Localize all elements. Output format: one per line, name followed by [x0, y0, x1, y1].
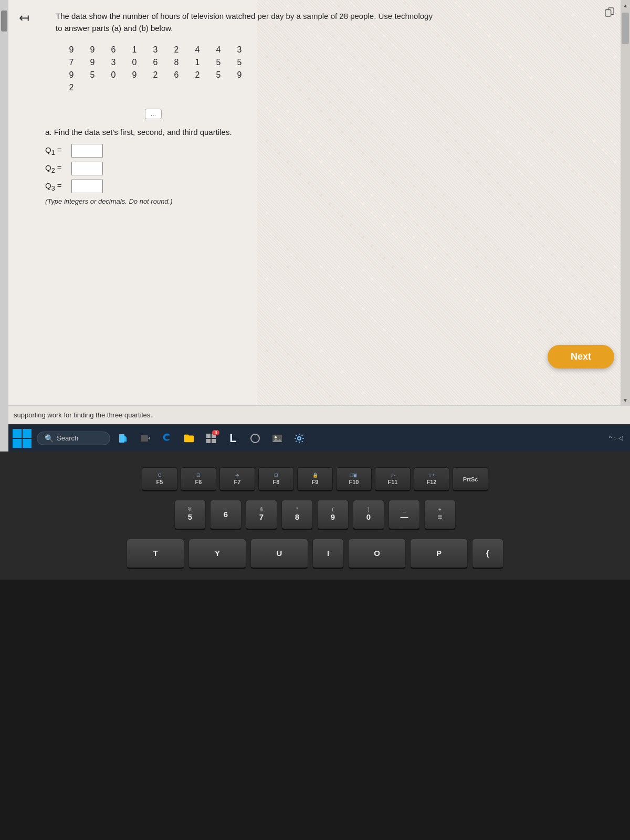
q3-label: Q3 =: [45, 181, 71, 192]
key-equals-main: =: [438, 512, 443, 522]
key-p-label: P: [436, 549, 442, 558]
key-8-main: 8: [295, 512, 299, 522]
key-9[interactable]: ( 9: [317, 500, 349, 530]
key-f5[interactable]: C F5: [142, 467, 177, 491]
letter-row: T Y U I O P {: [127, 539, 503, 569]
key-f9[interactable]: 🔒 F9: [297, 467, 333, 491]
taskbar: 🔍 Search 3 L: [8, 424, 630, 452]
key-o[interactable]: O: [348, 539, 406, 569]
taskbar-circle-icon[interactable]: [246, 429, 265, 448]
f6-top-icon: ⊡: [196, 472, 201, 478]
supporting-text: supporting work for finding the three qu…: [8, 405, 630, 424]
key-7-main: 7: [259, 512, 264, 522]
taskbar-settings-icon[interactable]: [290, 429, 309, 448]
taskbar-l-icon[interactable]: L: [224, 429, 243, 448]
left-scrollbar[interactable]: [0, 0, 8, 452]
key-u-label: U: [277, 549, 282, 558]
key-y[interactable]: Y: [188, 539, 246, 569]
q2-row: Q2 =: [45, 162, 609, 175]
key-f6[interactable]: ⊡ F6: [181, 467, 216, 491]
key-p[interactable]: P: [410, 539, 468, 569]
data-cell: 1: [124, 44, 145, 56]
data-cell: 6: [166, 69, 187, 81]
taskbar-file-icon[interactable]: [113, 429, 132, 448]
key-u[interactable]: U: [250, 539, 308, 569]
q1-input[interactable]: [71, 144, 103, 158]
back-arrow-icon[interactable]: ↤: [19, 10, 29, 25]
f8-top-icon: ⊡: [274, 472, 278, 478]
svg-rect-8: [206, 439, 211, 443]
svg-rect-9: [212, 439, 216, 443]
data-cell: 2: [145, 69, 166, 81]
key-i[interactable]: I: [312, 539, 344, 569]
svg-rect-6: [206, 434, 211, 438]
taskbar-edge-icon[interactable]: [158, 429, 176, 448]
f10-label: F10: [349, 479, 359, 485]
fn-key-row: C F5 ⊡ F6 ➜ F7 ⊡ F8 🔒 F9 □▣ F10 ☆- F11 ☆…: [142, 467, 488, 491]
data-cell: 2: [61, 81, 82, 94]
key-f12[interactable]: ☆+ F12: [414, 467, 449, 491]
data-cell: 1: [187, 56, 208, 69]
key-5-main: 5: [188, 512, 192, 522]
key-5[interactable]: % 5: [174, 500, 206, 530]
taskbar-sys-icons[interactable]: ^ ○ ◁: [606, 434, 626, 443]
taskbar-photo-icon[interactable]: [268, 429, 287, 448]
key-y-label: Y: [215, 549, 220, 558]
data-cell: 9: [124, 69, 145, 81]
data-cell: 5: [229, 56, 250, 69]
q2-subscript: 2: [51, 167, 55, 174]
svg-rect-4: [141, 435, 148, 442]
data-cell: [82, 81, 103, 94]
f5-top-icon: C: [158, 472, 162, 478]
copy-icon[interactable]: [605, 7, 614, 19]
key-prtsc[interactable]: PrtSc: [453, 467, 488, 491]
q3-row: Q3 =: [45, 180, 609, 193]
taskbar-video-icon[interactable]: [135, 429, 154, 448]
q2-input[interactable]: [71, 162, 103, 175]
data-cell: 0: [103, 69, 124, 81]
f7-label: F7: [234, 479, 241, 485]
key-f10[interactable]: □▣ F10: [336, 467, 372, 491]
windows-button[interactable]: [13, 429, 32, 448]
key-equals[interactable]: + =: [424, 500, 456, 530]
data-cell: [166, 81, 187, 94]
key-f8[interactable]: ⊡ F8: [258, 467, 294, 491]
key-f7[interactable]: ➜ F7: [219, 467, 255, 491]
data-cell: [124, 81, 145, 94]
f7-top-icon: ➜: [235, 472, 239, 478]
data-cell: 4: [208, 44, 229, 56]
key-t[interactable]: T: [127, 539, 184, 569]
taskbar-grid-icon[interactable]: 3: [202, 429, 220, 448]
q3-input[interactable]: [71, 180, 103, 193]
more-button[interactable]: ...: [145, 109, 162, 119]
keyboard-area: C F5 ⊡ F6 ➜ F7 ⊡ F8 🔒 F9 □▣ F10 ☆- F11 ☆…: [0, 452, 630, 580]
q3-subscript: 3: [51, 185, 55, 192]
data-cell: 2: [166, 44, 187, 56]
key-7[interactable]: & 7: [246, 500, 277, 530]
number-row: % 5 6 & 7 * 8 ( 9 ) 0 _ — + =: [174, 500, 456, 530]
key-8[interactable]: * 8: [281, 500, 313, 530]
f12-top-icon: ☆+: [428, 472, 435, 478]
f11-top-icon: ☆-: [390, 472, 396, 478]
key-o-label: O: [374, 549, 380, 558]
scroll-down-arrow[interactable]: ▼: [621, 395, 629, 405]
data-cell: 5: [208, 69, 229, 81]
right-scrollbar[interactable]: ▲ ▼: [621, 0, 630, 405]
key-minus-top: _: [403, 507, 406, 512]
content-panel: ↤ ▲ ▼ The data show the number of hours …: [8, 0, 630, 405]
key-f11[interactable]: ☆- F11: [375, 467, 411, 491]
data-cell: [145, 81, 166, 94]
key-bracket[interactable]: {: [472, 539, 503, 569]
taskbar-folder-icon[interactable]: [180, 429, 198, 448]
scroll-up-arrow[interactable]: ▲: [621, 0, 629, 10]
key-5-top: %: [188, 507, 193, 512]
search-box[interactable]: 🔍 Search: [37, 432, 110, 445]
instruction-text: (Type integers or decimals. Do not round…: [45, 197, 609, 205]
key-0[interactable]: ) 0: [353, 500, 384, 530]
key-6[interactable]: 6: [210, 500, 242, 530]
key-minus[interactable]: _ —: [388, 500, 420, 530]
key-i-label: I: [327, 549, 329, 558]
next-button[interactable]: Next: [548, 345, 614, 369]
data-cell: 9: [229, 69, 250, 81]
q1-label: Q1 =: [45, 145, 71, 156]
